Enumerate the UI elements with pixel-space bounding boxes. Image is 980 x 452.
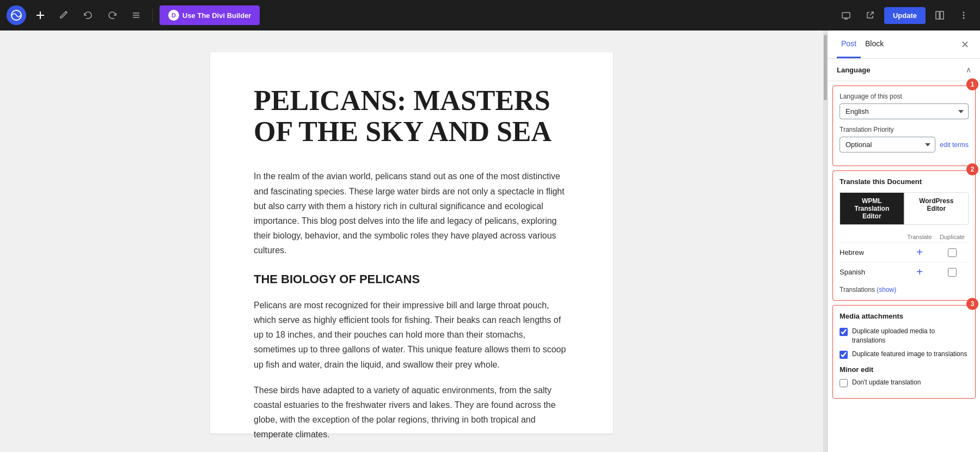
duplicate-featured-checkbox[interactable]: [840, 351, 848, 359]
post-body2[interactable]: These birds have adapted to a variety of…: [254, 383, 569, 442]
add-block-button[interactable]: [30, 5, 50, 25]
svg-rect-6: [842, 13, 850, 18]
update-button[interactable]: Update: [884, 7, 926, 24]
minor-edit-label: Minor edit: [840, 365, 969, 374]
language-table-header: Translate Duplicate: [840, 234, 969, 240]
duplicate-featured-row: Duplicate featured image to translations: [840, 350, 969, 359]
duplicate-uploaded-row: Duplicate uploaded media to translations: [840, 327, 969, 345]
media-attachments-title: Media attachments: [840, 312, 969, 320]
duplicate-featured-label: Duplicate featured image to translations: [852, 350, 967, 359]
translation-priority-label: Translation Priority: [840, 126, 969, 133]
table-row: Hebrew +: [840, 242, 969, 262]
tab-post[interactable]: Post: [837, 30, 861, 58]
spanish-translate-icon[interactable]: +: [916, 266, 923, 278]
svg-rect-11: [940, 11, 944, 19]
wordpress-editor-tab[interactable]: WordPress Editor: [904, 192, 969, 225]
spanish-duplicate-checkbox[interactable]: [948, 268, 957, 277]
priority-select[interactable]: Optional High Medium Low: [840, 137, 935, 152]
post-subheading[interactable]: THE BIOLOGY OF PELICANS: [254, 269, 569, 289]
wpml-editor-tab[interactable]: WPML Translation Editor: [840, 192, 904, 225]
translate-section-box: 2 Translate this Document WPML Translati…: [832, 170, 976, 301]
translate-document-title: Translate this Document: [840, 178, 969, 186]
redo-button[interactable]: [102, 5, 122, 25]
hebrew-translate-icon[interactable]: +: [916, 246, 923, 259]
svg-line-9: [870, 12, 873, 15]
sidebar-body: Language ∧ 1 Language of this post Engli…: [828, 59, 980, 452]
duplicate-uploaded-checkbox[interactable]: [840, 328, 848, 336]
hebrew-translate-action: +: [903, 246, 936, 259]
editor-content: PELICANS: MASTERS OF THE SKY AND SEA In …: [210, 52, 613, 433]
svg-point-13: [963, 15, 965, 16]
main-layout: PELICANS: MASTERS OF THE SKY AND SEA In …: [0, 30, 980, 452]
more-options-button[interactable]: [954, 5, 973, 25]
language-hebrew: Hebrew: [840, 248, 903, 256]
post-intro[interactable]: In the realm of the avian world, pelican…: [254, 169, 569, 258]
svg-point-14: [963, 17, 965, 19]
language-section-header: Language ∧: [828, 59, 980, 81]
sidebar-tabs: Post Block ✕: [828, 30, 980, 59]
svg-rect-10: [936, 11, 939, 19]
tab-block[interactable]: Block: [861, 30, 888, 58]
dont-update-label: Don't update translation: [852, 378, 921, 387]
post-body[interactable]: In the realm of the avian world, pelican…: [254, 169, 569, 442]
language-collapse-button[interactable]: ∧: [966, 65, 971, 74]
dont-update-row: Don't update translation: [840, 378, 969, 387]
list-view-button[interactable]: [126, 5, 146, 25]
duplicate-column-header: Duplicate: [936, 234, 969, 240]
divi-icon: D: [168, 10, 179, 21]
language-of-post-label: Language of this post: [840, 93, 969, 100]
post-title[interactable]: PELICANS: MASTERS OF THE SKY AND SEA: [254, 85, 569, 147]
editor-scrollbar[interactable]: [823, 30, 828, 452]
right-sidebar: Post Block ✕ Language ∧ 1 Language of: [828, 30, 980, 452]
hebrew-duplicate-checkbox[interactable]: [948, 248, 957, 257]
undo-button[interactable]: [78, 5, 98, 25]
language-select[interactable]: English Hebrew Spanish: [840, 103, 969, 119]
svg-rect-2: [36, 15, 44, 16]
priority-row: Optional High Medium Low edit terms: [840, 137, 969, 152]
external-preview-button[interactable]: [860, 5, 880, 25]
svg-point-12: [963, 12, 965, 14]
badge-2: 2: [966, 163, 978, 175]
translations-show-link[interactable]: (show): [877, 286, 896, 294]
toolbar-divider-1: [152, 9, 153, 22]
table-row: Spanish +: [840, 262, 969, 282]
translation-priority-group: Translation Priority Optional High Mediu…: [840, 126, 969, 152]
badge-3: 3: [966, 298, 978, 310]
spanish-translate-action: +: [903, 266, 936, 278]
media-section-box: 3 Media attachments Duplicate uploaded m…: [832, 305, 976, 399]
translate-column-header: Translate: [903, 234, 936, 240]
dont-update-checkbox[interactable]: [840, 379, 848, 387]
spanish-duplicate-action: [936, 268, 969, 277]
language-section-box: 1 Language of this post English Hebrew S…: [832, 85, 976, 166]
language-spanish: Spanish: [840, 268, 903, 276]
sidebar-close-button[interactable]: ✕: [959, 36, 971, 53]
wp-logo[interactable]: [7, 5, 26, 25]
translation-editor-tabs: WPML Translation Editor WordPress Editor: [840, 192, 969, 225]
divi-builder-button[interactable]: D Use The Divi Builder: [160, 5, 260, 25]
duplicate-uploaded-label: Duplicate uploaded media to translations: [852, 327, 969, 345]
badge-1: 1: [966, 78, 978, 90]
edit-terms-link[interactable]: edit terms: [940, 141, 969, 149]
scrollbar-thumb[interactable]: [824, 35, 827, 100]
post-body1[interactable]: Pelicans are most recognized for their i…: [254, 298, 569, 372]
hebrew-duplicate-action: [936, 248, 969, 257]
editor-area[interactable]: PELICANS: MASTERS OF THE SKY AND SEA In …: [0, 30, 823, 452]
translations-show: Translations (show): [840, 286, 969, 294]
language-section-title: Language: [837, 66, 870, 74]
layout-toggle-button[interactable]: [930, 5, 950, 25]
language-table: Translate Duplicate Hebrew + Spanish: [840, 234, 969, 282]
preview-monitor-button[interactable]: [836, 5, 856, 25]
language-field-group: Language of this post English Hebrew Spa…: [840, 93, 969, 119]
main-toolbar: D Use The Divi Builder Update: [0, 0, 980, 30]
edit-button[interactable]: [54, 5, 74, 25]
